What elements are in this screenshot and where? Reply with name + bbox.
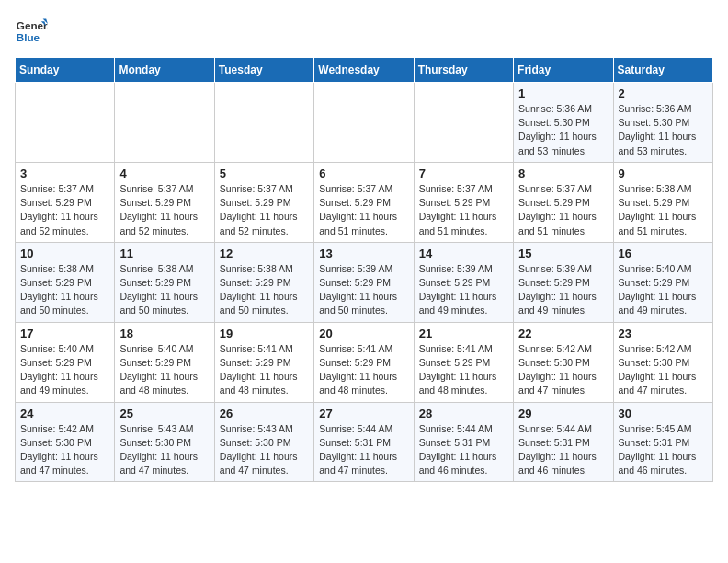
- day-number: 18: [119, 327, 209, 340]
- day-info: Sunrise: 5:42 AM Sunset: 5:30 PM Dayligh…: [20, 422, 109, 478]
- day-info: Sunrise: 5:43 AM Sunset: 5:30 PM Dayligh…: [119, 422, 209, 478]
- day-number: 28: [419, 407, 508, 420]
- day-number: 7: [419, 167, 508, 180]
- calendar-cell: 10Sunrise: 5:38 AM Sunset: 5:29 PM Dayli…: [16, 242, 115, 322]
- day-number: 17: [20, 327, 109, 340]
- day-number: 6: [319, 167, 408, 180]
- day-info: Sunrise: 5:41 AM Sunset: 5:29 PM Dayligh…: [419, 342, 508, 398]
- calendar-cell: 27Sunrise: 5:44 AM Sunset: 5:31 PM Dayli…: [314, 402, 414, 482]
- logo: General Blue: [15, 15, 48, 48]
- calendar-cell: 4Sunrise: 5:37 AM Sunset: 5:29 PM Daylig…: [115, 162, 214, 242]
- calendar-cell: [115, 83, 214, 163]
- day-info: Sunrise: 5:39 AM Sunset: 5:29 PM Dayligh…: [319, 262, 408, 318]
- calendar-cell: 28Sunrise: 5:44 AM Sunset: 5:31 PM Dayli…: [414, 402, 513, 482]
- day-number: 30: [619, 407, 708, 420]
- weekday-header-thursday: Thursday: [414, 58, 513, 83]
- day-number: 8: [518, 167, 608, 180]
- calendar-cell: 22Sunrise: 5:42 AM Sunset: 5:30 PM Dayli…: [514, 322, 613, 402]
- calendar-cell: 12Sunrise: 5:38 AM Sunset: 5:29 PM Dayli…: [214, 242, 313, 322]
- day-number: 4: [119, 167, 209, 180]
- day-number: 12: [220, 247, 309, 260]
- day-info: Sunrise: 5:43 AM Sunset: 5:30 PM Dayligh…: [220, 422, 309, 478]
- day-info: Sunrise: 5:38 AM Sunset: 5:29 PM Dayligh…: [20, 262, 109, 318]
- calendar-cell: 2Sunrise: 5:36 AM Sunset: 5:30 PM Daylig…: [613, 83, 712, 163]
- weekday-header-sunday: Sunday: [16, 58, 115, 83]
- calendar-week-1: 1Sunrise: 5:36 AM Sunset: 5:30 PM Daylig…: [16, 83, 713, 163]
- day-number: 19: [220, 327, 309, 340]
- day-info: Sunrise: 5:37 AM Sunset: 5:29 PM Dayligh…: [419, 182, 508, 238]
- day-info: Sunrise: 5:40 AM Sunset: 5:29 PM Dayligh…: [119, 342, 209, 398]
- day-info: Sunrise: 5:37 AM Sunset: 5:29 PM Dayligh…: [518, 182, 608, 238]
- day-number: 21: [419, 327, 508, 340]
- calendar-cell: 25Sunrise: 5:43 AM Sunset: 5:30 PM Dayli…: [115, 402, 214, 482]
- calendar-week-4: 17Sunrise: 5:40 AM Sunset: 5:29 PM Dayli…: [16, 322, 713, 402]
- weekday-header-saturday: Saturday: [613, 58, 712, 83]
- day-number: 29: [518, 407, 608, 420]
- day-number: 26: [220, 407, 309, 420]
- day-info: Sunrise: 5:36 AM Sunset: 5:30 PM Dayligh…: [518, 102, 608, 158]
- day-info: Sunrise: 5:38 AM Sunset: 5:29 PM Dayligh…: [220, 262, 309, 318]
- day-info: Sunrise: 5:41 AM Sunset: 5:29 PM Dayligh…: [319, 342, 408, 398]
- day-number: 1: [518, 86, 608, 100]
- weekday-header-tuesday: Tuesday: [214, 58, 313, 83]
- calendar-cell: [214, 83, 313, 163]
- weekday-header-wednesday: Wednesday: [314, 58, 414, 83]
- calendar-week-5: 24Sunrise: 5:42 AM Sunset: 5:30 PM Dayli…: [16, 402, 713, 482]
- day-number: 24: [20, 407, 109, 420]
- day-info: Sunrise: 5:44 AM Sunset: 5:31 PM Dayligh…: [518, 422, 608, 478]
- calendar-cell: 13Sunrise: 5:39 AM Sunset: 5:29 PM Dayli…: [314, 242, 414, 322]
- calendar-cell: [314, 83, 414, 163]
- svg-text:General: General: [17, 19, 48, 31]
- day-number: 10: [20, 247, 109, 260]
- day-number: 2: [619, 86, 708, 100]
- calendar-week-3: 10Sunrise: 5:38 AM Sunset: 5:29 PM Dayli…: [16, 242, 713, 322]
- calendar-cell: 29Sunrise: 5:44 AM Sunset: 5:31 PM Dayli…: [514, 402, 613, 482]
- calendar-week-2: 3Sunrise: 5:37 AM Sunset: 5:29 PM Daylig…: [16, 162, 713, 242]
- calendar-cell: 8Sunrise: 5:37 AM Sunset: 5:29 PM Daylig…: [514, 162, 613, 242]
- calendar-cell: 14Sunrise: 5:39 AM Sunset: 5:29 PM Dayli…: [414, 242, 513, 322]
- day-number: 11: [119, 247, 209, 260]
- day-number: 16: [619, 247, 708, 260]
- day-number: 27: [319, 407, 408, 420]
- day-info: Sunrise: 5:37 AM Sunset: 5:29 PM Dayligh…: [119, 182, 209, 238]
- day-info: Sunrise: 5:40 AM Sunset: 5:29 PM Dayligh…: [20, 342, 109, 398]
- day-info: Sunrise: 5:37 AM Sunset: 5:29 PM Dayligh…: [319, 182, 408, 238]
- day-info: Sunrise: 5:36 AM Sunset: 5:30 PM Dayligh…: [619, 102, 708, 158]
- calendar-cell: 20Sunrise: 5:41 AM Sunset: 5:29 PM Dayli…: [314, 322, 414, 402]
- day-info: Sunrise: 5:42 AM Sunset: 5:30 PM Dayligh…: [619, 342, 708, 398]
- calendar-table: SundayMondayTuesdayWednesdayThursdayFrid…: [15, 57, 713, 482]
- calendar-cell: 11Sunrise: 5:38 AM Sunset: 5:29 PM Dayli…: [115, 242, 214, 322]
- day-info: Sunrise: 5:41 AM Sunset: 5:29 PM Dayligh…: [220, 342, 309, 398]
- calendar-cell: [16, 83, 115, 163]
- day-number: 15: [518, 247, 608, 260]
- day-number: 23: [619, 327, 708, 340]
- calendar-cell: 1Sunrise: 5:36 AM Sunset: 5:30 PM Daylig…: [514, 83, 613, 163]
- calendar-cell: 6Sunrise: 5:37 AM Sunset: 5:29 PM Daylig…: [314, 162, 414, 242]
- day-info: Sunrise: 5:39 AM Sunset: 5:29 PM Dayligh…: [419, 262, 508, 318]
- day-info: Sunrise: 5:42 AM Sunset: 5:30 PM Dayligh…: [518, 342, 608, 398]
- day-info: Sunrise: 5:37 AM Sunset: 5:29 PM Dayligh…: [20, 182, 109, 238]
- calendar-cell: [414, 83, 513, 163]
- calendar-cell: 9Sunrise: 5:38 AM Sunset: 5:29 PM Daylig…: [613, 162, 712, 242]
- page-header: General Blue: [15, 15, 713, 48]
- calendar-cell: 24Sunrise: 5:42 AM Sunset: 5:30 PM Dayli…: [16, 402, 115, 482]
- day-number: 14: [419, 247, 508, 260]
- weekday-header-friday: Friday: [514, 58, 613, 83]
- day-info: Sunrise: 5:37 AM Sunset: 5:29 PM Dayligh…: [220, 182, 309, 238]
- calendar-cell: 17Sunrise: 5:40 AM Sunset: 5:29 PM Dayli…: [16, 322, 115, 402]
- calendar-cell: 30Sunrise: 5:45 AM Sunset: 5:31 PM Dayli…: [613, 402, 712, 482]
- calendar-cell: 19Sunrise: 5:41 AM Sunset: 5:29 PM Dayli…: [214, 322, 313, 402]
- calendar-cell: 5Sunrise: 5:37 AM Sunset: 5:29 PM Daylig…: [214, 162, 313, 242]
- calendar-cell: 21Sunrise: 5:41 AM Sunset: 5:29 PM Dayli…: [414, 322, 513, 402]
- calendar-cell: 16Sunrise: 5:40 AM Sunset: 5:29 PM Dayli…: [613, 242, 712, 322]
- svg-text:Blue: Blue: [17, 31, 40, 43]
- calendar-header-row: SundayMondayTuesdayWednesdayThursdayFrid…: [16, 58, 713, 83]
- day-number: 9: [619, 167, 708, 180]
- day-info: Sunrise: 5:38 AM Sunset: 5:29 PM Dayligh…: [619, 182, 708, 238]
- day-info: Sunrise: 5:45 AM Sunset: 5:31 PM Dayligh…: [619, 422, 708, 478]
- calendar-cell: 26Sunrise: 5:43 AM Sunset: 5:30 PM Dayli…: [214, 402, 313, 482]
- calendar-cell: 7Sunrise: 5:37 AM Sunset: 5:29 PM Daylig…: [414, 162, 513, 242]
- day-info: Sunrise: 5:40 AM Sunset: 5:29 PM Dayligh…: [619, 262, 708, 318]
- day-info: Sunrise: 5:44 AM Sunset: 5:31 PM Dayligh…: [319, 422, 408, 478]
- calendar-cell: 23Sunrise: 5:42 AM Sunset: 5:30 PM Dayli…: [613, 322, 712, 402]
